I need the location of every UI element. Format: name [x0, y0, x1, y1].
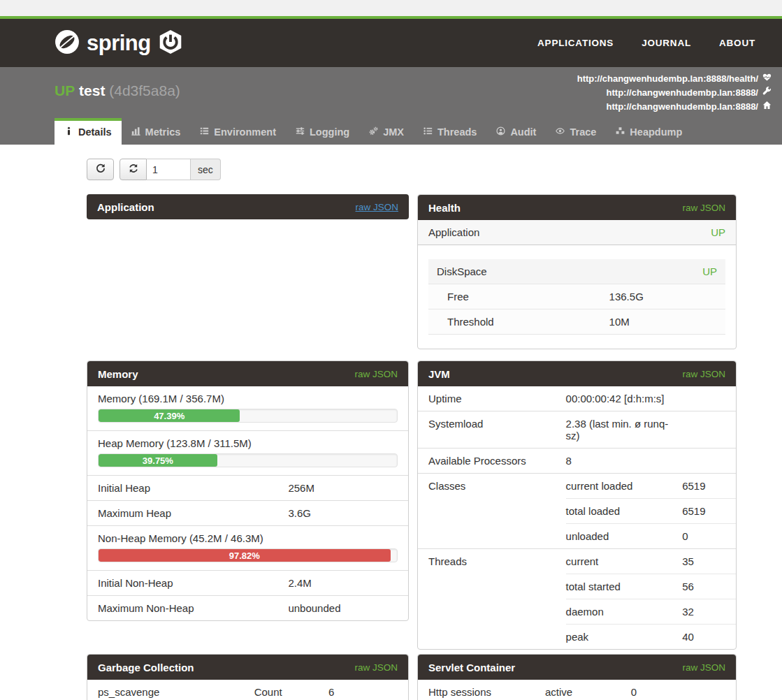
- key-value-pair: Count6: [254, 680, 408, 700]
- jvm-row: Systemload2.38 (last min. ø runq-sz): [418, 411, 736, 448]
- panel-title: Application: [97, 201, 154, 213]
- refresh-interval-input[interactable]: [147, 159, 191, 180]
- progress-bar: 97.82%: [99, 549, 391, 562]
- pair-key: active: [545, 686, 631, 698]
- top-strip: [0, 0, 782, 16]
- auto-refresh-group: sec: [120, 159, 221, 180]
- detail-label: Free: [447, 291, 609, 302]
- pair-value: 6: [328, 686, 400, 698]
- tab-threads[interactable]: Threads: [414, 118, 486, 145]
- memory-table: Memory (169.1M / 356.7M)47.39%Heap Memor…: [87, 386, 408, 620]
- panel-title: Memory: [98, 368, 138, 380]
- tab-details[interactable]: Details: [55, 118, 122, 145]
- gauge-label: Heap Memory (123.8M / 311.5M): [98, 437, 398, 449]
- tab-jmx[interactable]: JMX: [359, 118, 414, 145]
- memory-kv-row: Initial Non-Heap2.4M: [87, 570, 408, 595]
- raw-json-link[interactable]: raw JSON: [354, 662, 398, 673]
- key-value-pair: 8: [566, 449, 736, 473]
- navbar-links: APPLICATIONSJOURNALABOUT: [537, 38, 755, 48]
- panel-gc-heading: Garbage Collection raw JSON: [87, 655, 408, 680]
- service-url[interactable]: http://changwenhudembp.lan:8888/health/: [577, 72, 772, 86]
- panel-servlet-heading: Servlet Container raw JSON: [418, 655, 736, 680]
- refresh-unit-addon: sec: [191, 159, 221, 180]
- progress-track: 97.82%: [98, 548, 398, 562]
- service-url[interactable]: http://changwenhudembp.lan:8888/: [577, 100, 772, 114]
- auto-refresh-button[interactable]: [120, 159, 147, 180]
- list-alt-icon: [200, 126, 209, 138]
- raw-json-link[interactable]: raw JSON: [682, 369, 725, 379]
- raw-json-link[interactable]: raw JSON: [682, 203, 725, 213]
- pair-key: current loaded: [566, 480, 683, 492]
- progress-bar: 39.75%: [99, 454, 217, 467]
- service-url[interactable]: http://changwenhudembp.lan:8888/: [577, 86, 772, 100]
- tab-logging[interactable]: Logging: [286, 118, 359, 145]
- progress-bar: 47.39%: [99, 409, 240, 422]
- pair-value: 32: [682, 606, 727, 618]
- application-header: UP test (4d3f5a8a) http://changwenhudemb…: [0, 67, 782, 145]
- row-label: ps_scavenge: [87, 680, 254, 700]
- memory-gauge-row: Heap Memory (123.8M / 311.5M)39.75%: [87, 430, 408, 475]
- health-label: Application: [428, 226, 479, 238]
- row-values: active0: [545, 680, 736, 700]
- pair-key: 8: [566, 455, 683, 467]
- pair-key: total started: [566, 581, 683, 592]
- detail-label: Threshold: [447, 316, 609, 328]
- detail-value: 136.5G: [609, 291, 717, 302]
- health-table: ApplicationUPDiskSpaceUPFree136.5GThresh…: [418, 220, 736, 349]
- application-name: test: [79, 82, 105, 99]
- url-text: http://changwenhudembp.lan:8888/health/: [577, 72, 758, 86]
- tab-audit[interactable]: Audit: [486, 118, 546, 145]
- heartbeat-icon: [762, 72, 772, 86]
- spring-leaf-icon: [55, 29, 80, 57]
- raw-json-link[interactable]: raw JSON: [354, 369, 398, 379]
- application-urls: http://changwenhudembp.lan:8888/health/h…: [577, 72, 772, 114]
- tab-environment[interactable]: Environment: [190, 118, 286, 145]
- pair-value: [682, 455, 727, 467]
- row-values: current35total started56daemon32peak40: [566, 549, 736, 649]
- raw-json-link[interactable]: raw JSON: [682, 662, 725, 673]
- pair-value: 6519: [682, 480, 727, 492]
- health-row: DiskSpaceUP: [428, 259, 725, 284]
- tab-label: Trace: [570, 126, 596, 138]
- pair-value: 0: [631, 686, 727, 698]
- jvm-row: Threadscurrent35total started56daemon32p…: [418, 548, 736, 649]
- kv-value: 2.4M: [288, 577, 398, 589]
- bar-chart-icon: [131, 126, 140, 138]
- pair-key: daemon: [566, 606, 683, 618]
- kv-value: 256M: [288, 482, 398, 494]
- panel-title: Health: [428, 202, 461, 214]
- tab-label: Logging: [310, 126, 349, 138]
- panel-health-heading: Health raw JSON: [418, 195, 736, 220]
- spring-brand[interactable]: spring: [55, 29, 183, 57]
- key-value-pair: 2.38 (last min. ø runq-sz): [566, 411, 736, 448]
- application-id: (4d3f5a8a): [109, 82, 180, 99]
- nav-link-journal[interactable]: JOURNAL: [642, 38, 691, 48]
- sliders-icon: [296, 126, 305, 138]
- gc-row: ps_scavengeCount6: [87, 680, 408, 700]
- raw-json-link[interactable]: raw JSON: [355, 202, 398, 212]
- pair-key: Count: [254, 686, 328, 698]
- tab-trace[interactable]: Trace: [546, 118, 606, 145]
- panel-memory: Memory raw JSON Memory (169.1M / 356.7M)…: [87, 360, 409, 621]
- row-label: Available Processors: [418, 449, 566, 473]
- row-label: Systemload: [418, 411, 566, 448]
- key-value-pair: active0: [545, 680, 736, 700]
- tab-heapdump[interactable]: Heapdump: [606, 118, 692, 145]
- nav-link-about[interactable]: ABOUT: [719, 38, 755, 48]
- row-label: Classes: [418, 474, 566, 548]
- tab-bar: DetailsMetricsEnvironmentLoggingJMXThrea…: [55, 118, 692, 145]
- info-icon: [64, 126, 73, 138]
- tab-label: Threads: [437, 126, 477, 138]
- refresh-once-button[interactable]: [87, 159, 114, 180]
- tab-metrics[interactable]: Metrics: [122, 118, 191, 145]
- key-value-pair: total started56: [566, 574, 736, 599]
- row-values: 2.38 (last min. ø runq-sz): [566, 411, 736, 448]
- pair-key: total loaded: [566, 505, 683, 517]
- nav-link-applications[interactable]: APPLICATIONS: [537, 38, 614, 48]
- panel-jvm: JVM raw JSON Uptime00:00:00:42 [d:h:m:s]…: [417, 360, 737, 650]
- key-value-pair: total loaded6519: [566, 498, 736, 523]
- jvm-table: Uptime00:00:00:42 [d:h:m:s]Systemload2.3…: [418, 386, 736, 649]
- key-value-pair: unloaded0: [566, 523, 736, 548]
- panel-grid: Application raw JSON Health raw JSON App…: [87, 194, 782, 700]
- panel-title: JVM: [428, 368, 450, 380]
